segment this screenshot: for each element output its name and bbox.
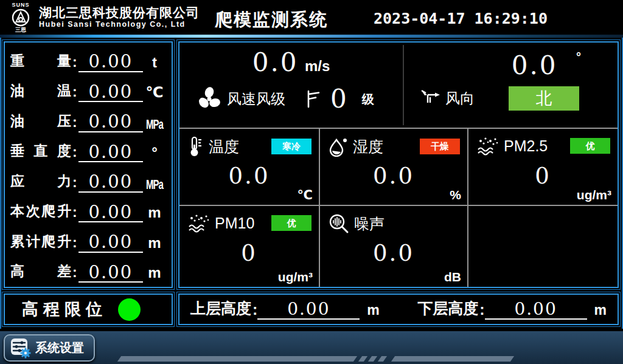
measure-row-verticality: 垂直度: 0.00 ° <box>10 135 166 165</box>
sensor-unit: ℃ <box>298 188 313 202</box>
measure-unit: m <box>143 264 166 281</box>
fan-icon <box>197 86 222 112</box>
logo-sansi-text: 三思 <box>15 27 26 33</box>
company-name: 湖北三思科技股份有限公司 Hubei Sansi Technology Co.,… <box>39 5 200 29</box>
measure-value: 0.00 <box>78 83 143 102</box>
upper-height-label: 上层高度 <box>190 298 251 318</box>
sensor-name: 温度 <box>209 137 239 157</box>
sensor-name: PM10 <box>215 215 254 232</box>
measure-value: 0.00 <box>78 112 143 132</box>
measure-label: 本次爬升 <box>10 202 71 221</box>
measure-value: 0.00 <box>78 52 143 72</box>
upper-height-value: 0.00 <box>257 300 360 319</box>
wind-level-value: 0 <box>330 86 349 112</box>
measure-unit: t <box>143 54 166 71</box>
layer-heights-box: 上层高度 : 0.00 m 下层高度 : 0.00 m <box>176 292 621 327</box>
wind-direction-value: 0.0 <box>512 50 558 80</box>
measure-value: 0.00 <box>78 233 143 252</box>
lower-height-unit: m <box>594 302 607 318</box>
measure-value: 0.00 <box>78 173 143 192</box>
lower-height-value: 0.00 <box>485 300 587 319</box>
measure-unit: m <box>143 204 166 221</box>
measure-label: 油压 <box>10 112 71 131</box>
measure-unit: MPa <box>143 115 166 131</box>
sensor-name: PM2.5 <box>504 137 548 155</box>
measure-value: 0.00 <box>78 143 143 162</box>
measure-row-stress: 应力: 0.00 MPa <box>10 165 166 195</box>
measure-row-height-diff: 高差: 0.00 m <box>10 255 166 286</box>
measure-row-oil-pressure: 油压: 0.00 MPa <box>10 105 166 135</box>
sensor-cell-humidity: 湿度 干燥 0.0 % <box>320 129 467 205</box>
upper-height-unit: m <box>367 302 379 318</box>
dust-particles-icon <box>188 213 210 233</box>
sensor-unit: dB <box>444 270 461 284</box>
noise-magnifier-icon <box>329 213 349 234</box>
measure-row-oil-temp: 油温: 0.00 ℃ <box>10 75 166 105</box>
measure-unit: MPa <box>143 176 166 191</box>
measure-unit: ° <box>143 144 166 161</box>
measure-label: 重量 <box>10 52 71 70</box>
footer-bar: 系统设置 <box>0 331 623 364</box>
sensor-unit: ug/m³ <box>278 270 313 284</box>
measure-unit: ℃ <box>143 84 166 101</box>
thermometer-icon <box>188 136 204 157</box>
sensor-status-badge: 寒冷 <box>271 139 312 154</box>
sensor-name: 噪声 <box>354 214 385 234</box>
sensor-cell-temperature: 温度 寒冷 0.0 ℃ <box>179 129 319 205</box>
sensor-cell-pm10: PM10 优 0 ug/m³ <box>179 206 319 287</box>
elevation-limit-box: 高程限位 <box>2 292 175 327</box>
sensor-cell-pm25: PM2.5 优 0 ug/m³ <box>468 129 618 205</box>
sensor-value: 0 <box>179 240 319 266</box>
footer-decoration-stripe <box>391 356 514 362</box>
wind-direction-unit: ° <box>576 50 581 63</box>
upper-height-group: 上层高度 : 0.00 m <box>190 298 380 321</box>
sensor-value: 0.0 <box>179 163 319 189</box>
datetime-display: 2023-04-17 16:29:10 <box>374 10 548 27</box>
wind-speed-section: 0.0 m/s 风速风级 <box>179 43 403 128</box>
wind-level-unit: 级 <box>362 91 374 108</box>
wind-direction-label: 风向 <box>445 89 475 108</box>
footer-decoration-stripe <box>368 356 377 362</box>
lower-height-label: 下层高度 <box>417 298 478 318</box>
measure-unit: m <box>143 235 166 252</box>
sensor-unit: % <box>450 188 461 202</box>
sliders-gear-icon <box>10 337 32 359</box>
page-title: 爬模监测系统 <box>215 8 328 32</box>
elevation-limit-label: 高程限位 <box>22 298 107 320</box>
sensor-unit: ug/m³ <box>577 188 611 202</box>
wind-direction-readout: 0.0 ° <box>512 50 581 78</box>
wind-speed-unit: m/s <box>305 58 330 74</box>
measure-row-weight: 重量: 0.00 t <box>10 44 166 75</box>
wind-direction-section: 0.0 ° 风向 北 <box>404 43 618 128</box>
footer-decoration-stripe <box>378 356 387 362</box>
measure-label: 应力 <box>10 172 71 191</box>
measure-row-total-climb: 累计爬升: 0.00 m <box>10 225 166 255</box>
footer-decoration-stripe <box>117 356 357 362</box>
hmi-screen: SUNS 三思 湖北三思科技股份有限公司 Hubei Sansi Technol… <box>0 0 623 364</box>
sensor-name: 湿度 <box>353 137 383 157</box>
sensor-value: 0.0 <box>320 163 467 189</box>
measure-row-current-climb: 本次爬升: 0.00 m <box>10 195 166 225</box>
system-settings-label: 系统设置 <box>35 340 84 356</box>
wind-vane-icon <box>420 88 440 109</box>
logo-suns-text: SUNS <box>12 2 29 8</box>
sensor-status-badge: 优 <box>271 215 312 231</box>
system-settings-button[interactable]: 系统设置 <box>4 334 95 362</box>
measure-value: 0.00 <box>78 203 143 222</box>
wind-direction-badge: 北 <box>509 86 579 111</box>
measure-label: 累计爬升 <box>10 232 71 251</box>
sensor-value: 0 <box>468 163 618 189</box>
footer-decoration-stripe <box>358 356 367 362</box>
elevation-limit-indicator <box>118 298 141 321</box>
measure-label: 油温 <box>10 81 71 100</box>
lower-height-group: 下层高度 : 0.00 m <box>417 298 607 321</box>
wind-speed-readout: 0.0 m/s <box>179 50 403 75</box>
sansi-logo-icon <box>10 8 31 27</box>
measure-label: 垂直度 <box>10 142 71 160</box>
sensor-value: 0.0 <box>320 240 467 266</box>
wind-speed-label: 风速风级 <box>227 89 285 109</box>
sensor-cell-noise: 噪声 0.0 dB <box>320 206 467 287</box>
environment-panel: 0.0 m/s 风速风级 <box>176 39 621 290</box>
sensor-status-badge: 干燥 <box>420 139 460 154</box>
wind-level-flag-icon <box>306 89 321 109</box>
